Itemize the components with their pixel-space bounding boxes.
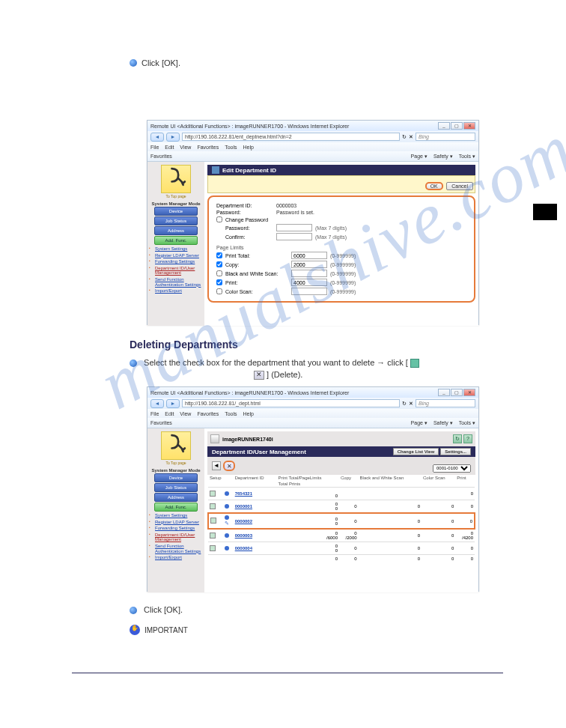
tb-page[interactable]: Page ▾ [411, 154, 427, 160]
dept-id-link[interactable]: 0000002 [235, 519, 252, 524]
nav-device[interactable]: Device [154, 473, 198, 482]
search-field[interactable]: Bing [416, 133, 475, 141]
stop-icon[interactable]: ✕ [409, 401, 413, 407]
tb-page[interactable]: Page ▾ [411, 420, 427, 426]
logo[interactable] [161, 165, 191, 193]
max-button[interactable]: ▢ [451, 389, 463, 396]
link-system[interactable]: System Settings [155, 246, 204, 252]
step-bullet-icon [130, 59, 137, 67]
limit-input[interactable] [291, 252, 327, 259]
row-check[interactable] [210, 491, 216, 497]
ok-button[interactable]: OK [425, 182, 443, 190]
nav-addfunc[interactable]: Add. Func. [154, 236, 198, 245]
menu-file[interactable]: File [150, 411, 159, 416]
col-sub: Total Prints [277, 481, 339, 488]
menu-view[interactable]: View [180, 411, 191, 416]
nav-jobstatus[interactable]: Job Status [154, 483, 198, 492]
menu-edit[interactable]: Edit [165, 145, 174, 150]
page-limits-header: Page Limits [216, 245, 466, 250]
max-button[interactable]: ▢ [451, 122, 463, 130]
limit-label: Black and White Scan: [225, 271, 291, 276]
back-button[interactable]: ◄ [150, 133, 164, 142]
menu-fav[interactable]: Favorites [197, 145, 219, 150]
row-check[interactable] [210, 503, 216, 509]
screenshot-dept-list: Remote UI <Additional Functions> : image… [147, 386, 479, 592]
nav-device[interactable]: Device [154, 207, 198, 216]
tb-safety[interactable]: Safety ▾ [433, 154, 453, 160]
menu-view[interactable]: View [180, 145, 191, 150]
link-import[interactable]: Import/Export [155, 555, 204, 560]
nav-jobstatus[interactable]: Job Status [154, 216, 198, 225]
limit-check[interactable] [216, 270, 222, 276]
menu-tools[interactable]: Tools [225, 145, 237, 150]
url-field[interactable]: http://190.168.222.81/ent_deptnew.html?d… [182, 133, 400, 141]
link-system[interactable]: System Settings [155, 513, 204, 518]
link-sendauth[interactable]: Send Function Authentication Settings [155, 544, 204, 553]
nav-address[interactable]: Address [154, 226, 198, 235]
row-check[interactable] [210, 545, 216, 551]
fwd-button[interactable]: ► [166, 399, 180, 408]
menubar: File Edit View Favorites Tools Help [147, 142, 478, 151]
url-field-2[interactable]: http://190.168.222.81/_dept.html [182, 399, 400, 407]
limit-input[interactable] [291, 279, 327, 286]
min-button[interactable]: _ [438, 389, 450, 396]
link-ldap[interactable]: Register LDAP Server [155, 253, 204, 258]
tb-tools[interactable]: Tools ▾ [459, 420, 475, 426]
link-import[interactable]: Import/Export [155, 288, 204, 294]
limit-check[interactable] [216, 288, 222, 294]
menu-tools[interactable]: Tools [225, 411, 237, 416]
limit-check[interactable] [216, 261, 222, 267]
link-dept[interactable]: Department ID/User Management [155, 533, 204, 542]
change-pw-check[interactable] [216, 216, 222, 222]
pager-select[interactable]: 0001-0100 [433, 464, 471, 473]
stop-icon[interactable]: ✕ [409, 134, 413, 140]
link-fwd[interactable]: Forwarding Settings [155, 259, 204, 264]
tb-fav[interactable]: Favorites [150, 420, 172, 425]
row-check[interactable] [210, 518, 216, 524]
link-ldap[interactable]: Register LDAP Server [155, 520, 204, 525]
close-button[interactable]: ✕ [463, 122, 475, 130]
cancel-button[interactable]: Cancel [446, 182, 473, 190]
help-button[interactable]: ? [463, 434, 472, 443]
menu-help[interactable]: Help [243, 411, 254, 416]
tb-tools[interactable]: Tools ▾ [459, 154, 475, 160]
dept-id-link[interactable]: 0000001 [235, 504, 252, 509]
confirm-input[interactable] [276, 233, 312, 240]
limit-input[interactable] [291, 261, 327, 268]
fwd-button[interactable]: ► [166, 133, 180, 142]
menu-help[interactable]: Help [243, 145, 254, 150]
refresh-icon[interactable]: ↻ [402, 401, 407, 407]
edit-icon[interactable]: ✎ [225, 521, 229, 526]
row-check[interactable] [210, 533, 216, 539]
dept-id-link[interactable]: 7654321 [235, 491, 252, 496]
menu-fav[interactable]: Favorites [197, 411, 219, 416]
search-field-2[interactable]: Bing [416, 399, 475, 407]
delete-step2: Click [OK]. [130, 605, 183, 614]
limit-input[interactable] [291, 270, 327, 277]
refresh-button[interactable]: ↻ [453, 434, 462, 443]
nav-address[interactable]: Address [154, 493, 198, 502]
link-fwd[interactable]: Forwarding Settings [155, 526, 204, 531]
limit-check[interactable] [216, 279, 222, 285]
delete-button[interactable]: ✕ [223, 461, 235, 471]
change-list-button[interactable]: Change List View [393, 448, 439, 455]
dept-id-link[interactable]: 0000003 [235, 533, 252, 538]
logo[interactable] [161, 431, 191, 460]
back-button[interactable]: ◄ [150, 399, 164, 408]
menu-edit[interactable]: Edit [165, 411, 174, 416]
limit-check[interactable] [216, 252, 222, 258]
newpw-input[interactable] [276, 224, 312, 231]
link-dept[interactable]: Department ID/User Management [155, 266, 204, 276]
min-button[interactable]: _ [438, 122, 450, 130]
tb-safety[interactable]: Safety ▾ [433, 420, 453, 426]
close-button[interactable]: ✕ [463, 389, 475, 396]
limit-input[interactable] [291, 288, 327, 295]
nav-addfunc[interactable]: Add. Func. [154, 503, 198, 512]
tb-fav[interactable]: Favorites [150, 154, 172, 159]
menu-file[interactable]: File [150, 145, 159, 150]
settings-button[interactable]: Settings... [440, 448, 471, 455]
dept-id-link[interactable]: 0000004 [235, 546, 252, 550]
prev-button[interactable]: ◄ [212, 461, 221, 470]
refresh-icon[interactable]: ↻ [402, 134, 407, 140]
link-sendauth[interactable]: Send Function Authentication Settings [155, 277, 204, 287]
